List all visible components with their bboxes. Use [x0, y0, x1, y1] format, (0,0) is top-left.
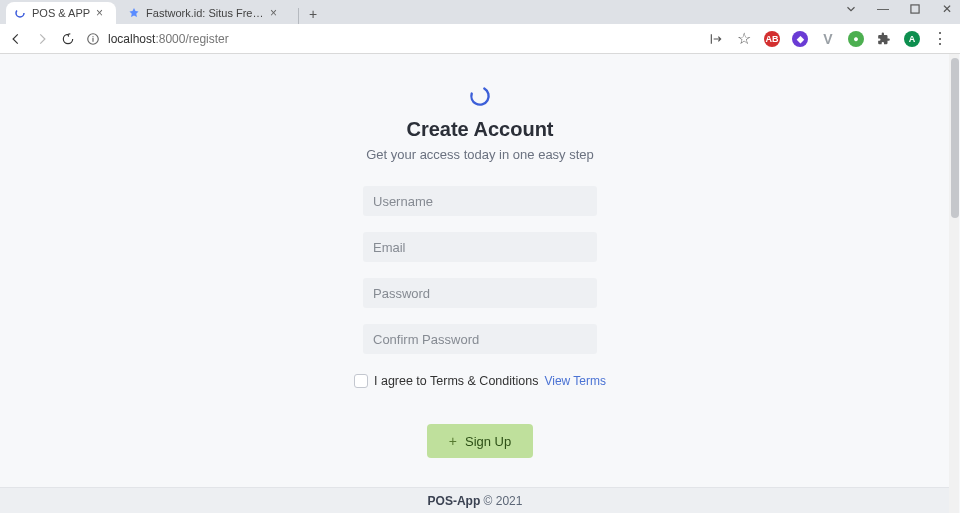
tab-favicon-icon — [128, 7, 140, 19]
tab-bar: POS & APP × Fastwork.id: Situs Freelance… — [0, 0, 960, 24]
share-icon[interactable] — [708, 31, 724, 47]
page-subtitle: Get your access today in one easy step — [180, 147, 780, 162]
page-body: Create Account Get your access today in … — [0, 54, 960, 513]
svg-rect-1 — [911, 5, 919, 13]
extension-abp-icon[interactable]: AB — [764, 31, 780, 47]
chevron-down-icon[interactable] — [844, 2, 858, 16]
tab-inactive[interactable]: Fastwork.id: Situs Freelance Onli × — [120, 2, 290, 24]
password-input[interactable] — [363, 278, 597, 308]
window-controls: — ✕ — [844, 2, 954, 16]
plus-icon: + — [449, 433, 457, 449]
profile-avatar-icon[interactable]: A — [904, 31, 920, 47]
browser-window: POS & APP × Fastwork.id: Situs Freelance… — [0, 0, 960, 513]
tab-close-icon[interactable]: × — [96, 7, 108, 19]
tab-title: Fastwork.id: Situs Freelance Onli — [146, 7, 264, 19]
back-button[interactable] — [8, 31, 24, 47]
tab-title: POS & APP — [32, 7, 90, 19]
bookmark-star-icon[interactable]: ☆ — [736, 31, 752, 47]
svg-point-5 — [468, 84, 492, 108]
reload-button[interactable] — [60, 31, 76, 47]
terms-row: I agree to Terms & Conditions View Terms — [180, 374, 780, 388]
page-footer: POS-App © 2021 — [0, 487, 950, 513]
new-tab-button[interactable]: + — [303, 4, 323, 24]
register-card: Create Account Get your access today in … — [180, 54, 780, 458]
view-terms-link[interactable]: View Terms — [544, 374, 606, 388]
address-bar: localhost:8000/register ☆ AB ◆ V ● A ⋮ — [0, 24, 960, 54]
tab-close-icon[interactable]: × — [270, 7, 282, 19]
tab-active[interactable]: POS & APP × — [6, 2, 116, 24]
toolbar-right: ☆ AB ◆ V ● A ⋮ — [708, 31, 952, 47]
url-text: localhost:8000/register — [108, 32, 229, 46]
loading-spinner-icon — [468, 84, 492, 108]
window-close-icon[interactable]: ✕ — [940, 2, 954, 16]
footer-brand: POS-App — [428, 494, 481, 508]
vertical-scrollbar-thumb[interactable] — [951, 58, 959, 218]
tab-separator — [298, 8, 299, 24]
terms-checkbox[interactable] — [354, 374, 368, 388]
confirm-password-input[interactable] — [363, 324, 597, 354]
email-input[interactable] — [363, 232, 597, 262]
extension-green-icon[interactable]: ● — [848, 31, 864, 47]
extension-purple-icon[interactable]: ◆ — [792, 31, 808, 47]
kebab-menu-icon[interactable]: ⋮ — [932, 31, 948, 47]
window-maximize-icon[interactable] — [908, 2, 922, 16]
terms-label: I agree to Terms & Conditions — [374, 374, 538, 388]
site-info-icon[interactable] — [86, 32, 100, 46]
tab-favicon-spinner — [14, 7, 26, 19]
extensions-puzzle-icon[interactable] — [876, 31, 892, 47]
page-title: Create Account — [180, 118, 780, 141]
register-form — [363, 186, 597, 370]
username-input[interactable] — [363, 186, 597, 216]
signup-button-label: Sign Up — [465, 434, 511, 449]
url-field[interactable]: localhost:8000/register — [86, 28, 698, 50]
window-minimize-icon[interactable]: — — [876, 2, 890, 16]
footer-rest: © 2021 — [480, 494, 522, 508]
extension-v-icon[interactable]: V — [820, 31, 836, 47]
page-viewport: Create Account Get your access today in … — [0, 54, 960, 513]
signup-button[interactable]: + Sign Up — [427, 424, 533, 458]
forward-button[interactable] — [34, 31, 50, 47]
svg-point-0 — [16, 9, 24, 17]
